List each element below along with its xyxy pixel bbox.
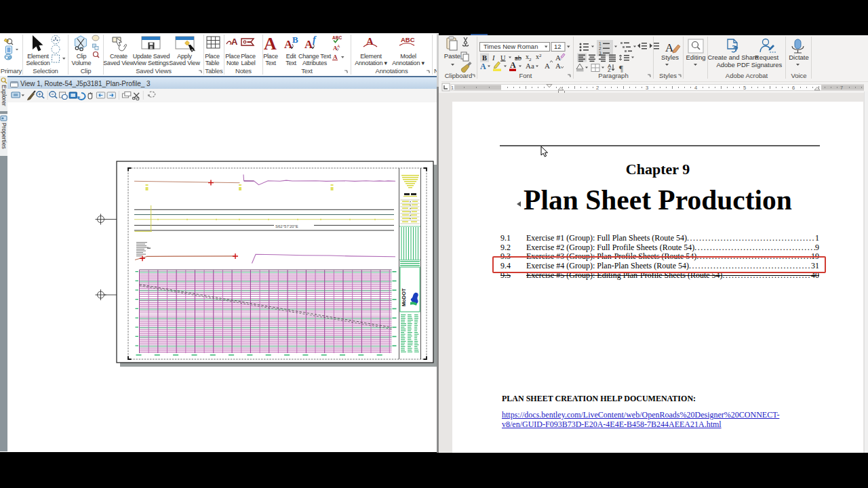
svg-text:6: 6 — [792, 85, 795, 91]
svg-text:2: 2 — [599, 46, 601, 51]
svg-text:A: A — [545, 62, 550, 70]
svg-text:S62°57'20"E: S62°57'20"E — [275, 224, 298, 228]
svg-text:Aa: Aa — [526, 62, 534, 70]
svg-text:2: 2 — [539, 53, 542, 58]
svg-text:A: A — [264, 34, 277, 54]
svg-text:4: 4 — [694, 85, 697, 91]
svg-text:3: 3 — [646, 85, 648, 91]
svg-text:ABC: ABC — [401, 36, 415, 43]
svg-text:Times New Roman: Times New Roman — [484, 43, 538, 50]
svg-text:I: I — [492, 54, 495, 62]
svg-text:7: 7 — [840, 85, 843, 91]
svg-text:A: A — [333, 54, 338, 60]
svg-text:B: B — [292, 35, 298, 45]
svg-text:A: A — [366, 36, 374, 47]
svg-text:U: U — [500, 54, 506, 62]
svg-text:A: A — [231, 37, 238, 47]
svg-text:MoDOT: MoDOT — [401, 288, 407, 306]
svg-text:A: A — [555, 54, 561, 62]
svg-text:A: A — [510, 60, 516, 70]
svg-text:A: A — [555, 62, 561, 70]
svg-text:12: 12 — [554, 43, 561, 50]
svg-text:B: B — [482, 54, 487, 62]
svg-text:f: f — [313, 35, 317, 45]
svg-text:5: 5 — [743, 85, 746, 91]
svg-text:A: A — [337, 44, 340, 48]
svg-text:A: A — [480, 62, 486, 71]
svg-text:2: 2 — [596, 85, 599, 91]
svg-text:1: 1 — [451, 85, 454, 91]
svg-text:1: 1 — [599, 41, 601, 46]
